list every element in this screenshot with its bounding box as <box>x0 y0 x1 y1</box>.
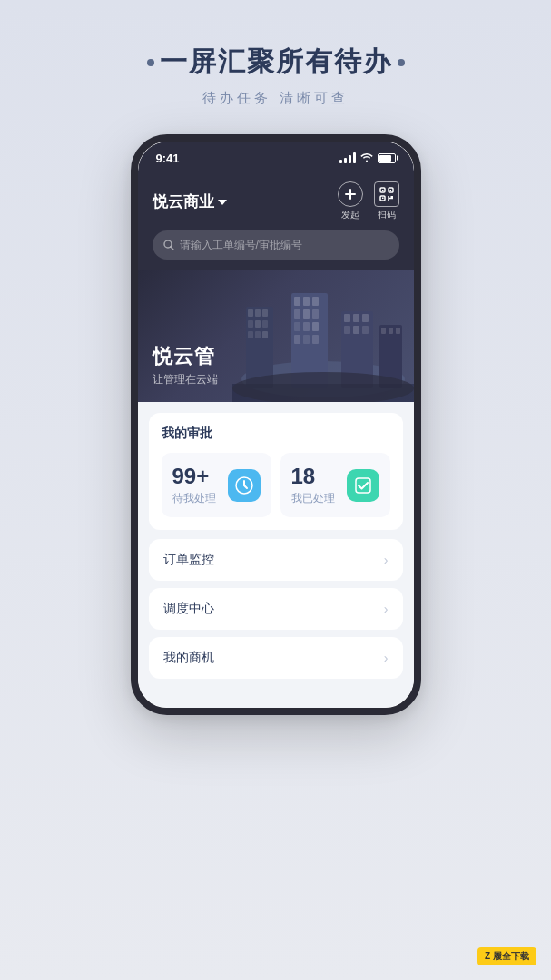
hero-subtitle: 待办任务 清晰可查 <box>202 90 348 107</box>
svg-rect-47 <box>396 328 400 334</box>
svg-rect-31 <box>294 322 300 331</box>
initiate-action[interactable]: 发起 <box>338 181 363 221</box>
pending-icon <box>228 469 261 502</box>
battery-icon <box>378 153 396 163</box>
chevron-right-icon-1: › <box>384 602 389 616</box>
scan-action[interactable]: 扫码 <box>374 181 399 221</box>
menu-item-label-1: 调度中心 <box>163 601 214 617</box>
hero-headline: 一屏汇聚所有待办 <box>147 44 405 81</box>
dot-left <box>147 59 154 66</box>
svg-rect-40 <box>362 314 369 322</box>
content-area: 我的审批 99+ 待我处理 <box>138 402 414 697</box>
search-placeholder: 请输入工单编号/审批编号 <box>180 238 302 253</box>
chevron-right-icon-2: › <box>384 651 389 665</box>
svg-rect-32 <box>303 322 310 331</box>
page-root: 一屏汇聚所有待办 待办任务 清晰可查 9:41 <box>0 0 551 980</box>
status-icons <box>339 152 396 164</box>
status-time: 9:41 <box>156 152 180 165</box>
svg-rect-18 <box>248 320 253 328</box>
svg-rect-33 <box>312 322 319 331</box>
brand-name: 悦云商业 <box>153 191 214 212</box>
svg-rect-16 <box>255 309 261 317</box>
svg-rect-29 <box>303 309 310 318</box>
approval-section-title: 我的审批 <box>162 426 390 442</box>
svg-rect-21 <box>248 331 253 338</box>
svg-rect-41 <box>344 326 350 334</box>
app-brand[interactable]: 悦云商业 <box>153 191 227 212</box>
brand-dropdown-icon <box>218 200 227 205</box>
svg-rect-6 <box>389 190 391 191</box>
svg-rect-28 <box>294 309 300 318</box>
banner-illustration <box>232 284 414 402</box>
done-count: 18 <box>291 464 335 489</box>
wifi-icon <box>360 152 373 164</box>
svg-rect-38 <box>344 314 350 322</box>
done-icon <box>347 469 379 502</box>
menu-item-label-0: 订单监控 <box>163 552 214 568</box>
scan-label: 扫码 <box>378 209 396 221</box>
header-actions: 发起 <box>338 181 399 221</box>
pending-label: 待我处理 <box>172 491 216 506</box>
svg-rect-36 <box>312 335 319 344</box>
svg-rect-46 <box>389 328 393 334</box>
search-icon <box>163 240 174 250</box>
svg-rect-7 <box>382 198 384 200</box>
svg-rect-30 <box>312 309 319 318</box>
svg-rect-26 <box>303 297 310 306</box>
svg-rect-34 <box>294 335 300 344</box>
menu-item-2[interactable]: 我的商机 › <box>149 637 403 679</box>
svg-rect-23 <box>262 331 268 338</box>
svg-rect-45 <box>381 328 386 334</box>
approval-grid: 99+ 待我处理 <box>162 453 390 517</box>
signal-bars-icon <box>339 152 356 163</box>
chevron-right-icon-0: › <box>384 553 389 567</box>
done-approval-item[interactable]: 18 我已处理 <box>280 453 390 517</box>
svg-rect-5 <box>382 190 384 191</box>
banner-text: 悦云管 让管理在云端 <box>153 343 218 387</box>
search-input[interactable]: 请输入工单编号/审批编号 <box>153 230 399 260</box>
banner-subtitle: 让管理在云端 <box>153 372 218 387</box>
scan-icon <box>374 181 399 207</box>
phone-mockup: 9:41 <box>131 134 421 715</box>
svg-rect-25 <box>294 297 300 306</box>
svg-rect-42 <box>353 326 359 334</box>
svg-rect-27 <box>312 297 319 306</box>
search-bar-container: 请输入工单编号/审批编号 <box>138 230 414 270</box>
svg-rect-39 <box>353 314 359 322</box>
svg-rect-43 <box>362 326 369 334</box>
menu-item-label-2: 我的商机 <box>163 650 214 666</box>
page-background: 一屏汇聚所有待办 待办任务 清晰可查 9:41 <box>0 0 551 980</box>
svg-rect-19 <box>255 320 261 328</box>
svg-rect-17 <box>262 309 268 317</box>
done-label: 我已处理 <box>291 491 335 506</box>
banner: 悦云管 让管理在云端 <box>138 270 414 402</box>
pending-info: 99+ 待我处理 <box>172 464 216 506</box>
svg-rect-10 <box>390 196 393 199</box>
watermark: Z 履全下载 <box>477 947 536 965</box>
pending-count: 99+ <box>172 464 216 489</box>
phone-inner: 9:41 <box>138 142 414 708</box>
hero-title: 一屏汇聚所有待办 <box>160 44 392 81</box>
approval-card: 我的审批 99+ 待我处理 <box>149 413 403 530</box>
initiate-icon <box>338 181 363 207</box>
status-bar: 9:41 <box>138 142 414 174</box>
initiate-label: 发起 <box>341 209 359 221</box>
menu-item-0[interactable]: 订单监控 › <box>149 539 403 581</box>
svg-rect-20 <box>262 320 268 328</box>
menu-item-1[interactable]: 调度中心 › <box>149 588 403 630</box>
dot-right <box>398 59 405 66</box>
svg-line-12 <box>171 247 173 250</box>
app-header: 悦云商业 发起 <box>138 174 414 230</box>
done-info: 18 我已处理 <box>291 464 335 506</box>
svg-rect-22 <box>255 331 261 338</box>
svg-rect-35 <box>303 335 310 344</box>
pending-approval-item[interactable]: 99+ 待我处理 <box>162 453 271 517</box>
svg-rect-15 <box>248 309 253 317</box>
banner-title: 悦云管 <box>153 343 218 370</box>
